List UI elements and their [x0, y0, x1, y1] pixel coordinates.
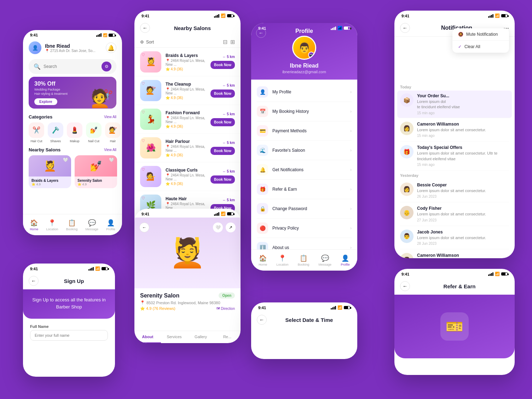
cameron-yest-icon: 👩: [403, 256, 410, 258]
category-item-nailcut[interactable]: 💅 Nail Cut: [86, 122, 102, 143]
profile-nav-profile[interactable]: 👤 Profile: [338, 253, 353, 268]
favorite-label: Favorite's Saloon: [272, 148, 350, 153]
notif-status-bar: 9:41 📶: [394, 11, 515, 19]
salon-battery-icon: [227, 212, 233, 215]
salon-list-item-3[interactable]: ♡💃 Fashion Forward 📍 2464 Royal Ln. Mesa…: [134, 105, 241, 134]
nav-location[interactable]: 📍 Location: [43, 218, 61, 232]
chevron-right-icon-9: ›: [350, 245, 352, 249]
nearby-view-all[interactable]: View All: [104, 148, 116, 152]
offer-icon: 🎁: [403, 149, 410, 155]
profile-back-button[interactable]: ←: [256, 28, 266, 38]
refer-header: ← Refer & Earn: [394, 278, 515, 295]
salon-card-2[interactable]: 💅 🤍 Serenity Salon ⭐ 4.9: [75, 155, 117, 188]
category-item-haircut[interactable]: ✂️ Hair Cut: [29, 122, 44, 143]
offers-content: Today's Special Offers Lorem ipsum dolor…: [417, 145, 509, 167]
salon-favorite-button[interactable]: 🤍: [213, 222, 223, 232]
salon-rating-2: ⭐ 4.9 (36): [166, 96, 206, 100]
menu-item-privacy[interactable]: 🔴 Privacy Policy ›: [257, 219, 352, 238]
salon-dist-6: ↔ 5 km: [222, 198, 235, 202]
direction-button[interactable]: 🗺 Direction: [216, 307, 235, 311]
salon-card-img-1: 💆 🤍: [29, 155, 71, 177]
offers-name: Today's Special Offers: [417, 145, 509, 150]
notif-item-jacob[interactable]: 👨 Jacob Jones Lorem ipsum dolor sit amet…: [400, 226, 509, 249]
salon-list-item-1[interactable]: ♡💆 Braids & Layers 📍 2464 Royal Ln. Mesa…: [134, 48, 241, 76]
nav-booking[interactable]: 📋 Booking: [63, 218, 81, 232]
nearby-back-button[interactable]: ←: [140, 23, 150, 33]
nav-home[interactable]: 🏠 Home: [27, 218, 41, 232]
notif-dropdown: 🔕 Mute Notification ✓ Clear All: [452, 28, 509, 53]
categories-section-header: Categories View All: [23, 111, 122, 121]
menu-item-password[interactable]: 🔒 Change Password ›: [257, 199, 352, 219]
salon-hero-actions: 🤍 ↗: [213, 222, 236, 232]
clear-all-button[interactable]: ✓ Clear All: [452, 41, 509, 53]
list-view-icon[interactable]: ⊟: [223, 39, 227, 45]
notification-bell-button[interactable]: 🔔: [106, 42, 116, 53]
profile-nav-message[interactable]: 💬 Message: [316, 253, 335, 268]
menu-item-favorite[interactable]: 🌊 Favorite's Saloon ›: [257, 141, 352, 160]
salon-card-1[interactable]: 💆 🤍 Braids & Layers ⭐ 4.9: [29, 155, 71, 188]
jacob-time: 28 Jun 2023: [417, 242, 509, 245]
category-item-shaves[interactable]: 🪒 Shaves: [48, 122, 63, 143]
profile-nav-home[interactable]: 🏠 Home: [256, 253, 270, 268]
nav-profile[interactable]: 👤 Profile: [103, 218, 118, 232]
salon-img-3: ♡💃: [140, 109, 161, 130]
salon-list-item-5[interactable]: ♡💁 Classique Curls 📍 2464 Royal Ln. Mesa…: [134, 162, 241, 191]
search-input[interactable]: [44, 64, 99, 69]
nav-message[interactable]: 💬 Message: [83, 218, 102, 232]
refer-back-button[interactable]: ←: [400, 281, 410, 291]
salon-share-button[interactable]: ↗: [226, 222, 236, 232]
search-bar[interactable]: 🔍 ⚙: [29, 59, 116, 74]
menu-item-notifications[interactable]: 🔔 Get Notifications ›: [257, 160, 352, 180]
star-icon: ⭐ 4.9 (76 Reviews): [140, 306, 175, 311]
profile-nav-location[interactable]: 📍 Location: [273, 253, 291, 268]
tab-services[interactable]: Services: [161, 331, 187, 343]
menu-item-myprofile[interactable]: 👤 My Profile ›: [257, 82, 352, 102]
mute-notification-button[interactable]: 🔕 Mute Notification: [452, 28, 509, 41]
filter-button[interactable]: ⚙: [102, 62, 111, 71]
tab-gallery[interactable]: Gallery: [187, 331, 214, 343]
datetime-status-bar: 9:41 📶: [251, 302, 357, 311]
tab-reviews[interactable]: Re...: [214, 331, 241, 343]
salon-list-item-2[interactable]: ♡💇 The Cleanup 📍 2464 Royal Ln. Mesa, Ne…: [134, 76, 241, 105]
salon-info-3: Fashion Forward 📍 2464 Royal Ln. Mesa, N…: [166, 110, 206, 128]
datetime-back-button[interactable]: ←: [257, 315, 267, 325]
wifi-icon: 📶: [103, 33, 107, 37]
book-now-button-1[interactable]: Book Now: [210, 61, 235, 69]
profile-nav-booking[interactable]: 📋 Booking: [295, 253, 312, 268]
fullname-input[interactable]: [30, 330, 108, 341]
category-item-hair[interactable]: 💇 Hair: [105, 122, 121, 143]
category-item-makeup[interactable]: 💄 Makup: [67, 122, 82, 143]
refer-icon-box: 🎫: [440, 312, 469, 341]
signup-back-button[interactable]: ←: [29, 276, 39, 286]
notif-item-cameron-yest[interactable]: 👩 Cameron Williamson Lorem ipsum dolor s…: [400, 249, 509, 258]
explore-button[interactable]: Explore: [34, 98, 57, 105]
makeup-icon-box: 💄: [67, 122, 82, 138]
salon-list-item-4[interactable]: ♡🌺 Hair Parlour 📍 2464 Royal Ln. Mesa, N…: [134, 134, 241, 162]
book-now-button-4[interactable]: Book Now: [210, 147, 235, 155]
notif-item-bessie[interactable]: 👩 Bessie Cooper Lorem ipsum dolor sit am…: [400, 179, 509, 202]
home-screen: 9:41 📶 👤 Ibne Riead 📍 2715 Ash Dr. San J…: [23, 30, 122, 235]
notif-item-offers[interactable]: 🎁 Today's Special Offers Lorem ipsum dol…: [400, 141, 509, 170]
notif-item-order[interactable]: 📦 Your Order Su... Lorem ipsum dolte tin…: [397, 91, 512, 118]
notif-item-cameron-today[interactable]: 👩 Cameron Williamson Lorem ipsum dolor s…: [400, 118, 509, 141]
heart-icon-6: ♡: [141, 196, 145, 201]
grid-view-icon[interactable]: ⊞: [230, 39, 235, 45]
salon-back-button[interactable]: ←: [139, 222, 149, 232]
clear-label: Clear All: [464, 44, 480, 49]
book-now-button-5[interactable]: Book Now: [210, 175, 235, 184]
menu-item-refer[interactable]: 🎁 Refer & Earn ›: [257, 180, 352, 199]
signup-wifi-icon: 📶: [95, 266, 100, 271]
categories-view-all[interactable]: View All: [104, 115, 116, 119]
menu-item-payment[interactable]: 💳 Payment Methods ›: [257, 121, 352, 141]
book-now-button-3[interactable]: Book Now: [210, 118, 235, 126]
book-now-button-2[interactable]: Book Now: [210, 89, 235, 98]
tab-about[interactable]: About: [134, 331, 161, 343]
sort-button[interactable]: ⚙ Sort: [140, 40, 154, 45]
menu-item-booking[interactable]: 📅 My Booking History ›: [257, 102, 352, 121]
notif-item-cody[interactable]: 👴 Cody Fisher Lorem ipsum dolor sit amet…: [400, 202, 509, 226]
sort-label: Sort: [146, 40, 154, 45]
message-nav-label: Message: [86, 227, 99, 231]
notif-back-button[interactable]: ←: [400, 23, 410, 33]
menu-item-about[interactable]: ℹ️ About us ›: [257, 238, 352, 249]
hair-icon-box: 💇: [105, 122, 121, 138]
